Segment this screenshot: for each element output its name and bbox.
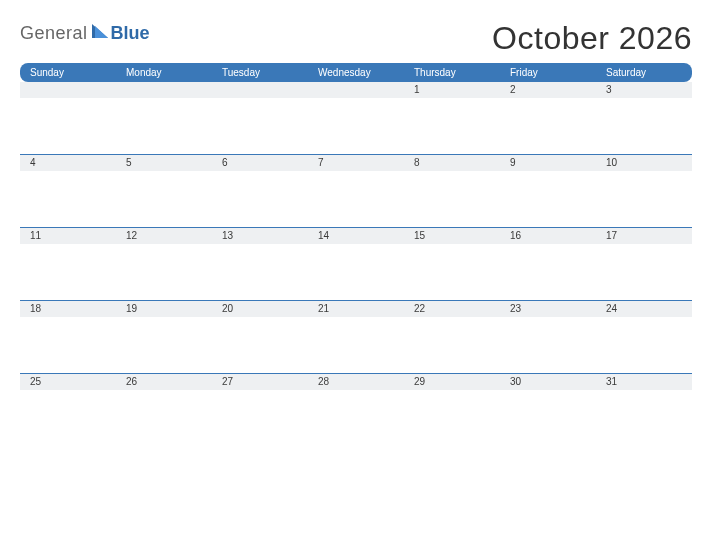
day-cell: 18 (20, 301, 116, 317)
day-cell: 21 (308, 301, 404, 317)
day-cell (116, 82, 212, 98)
day-cell: 8 (404, 155, 500, 171)
day-cell: 10 (596, 155, 692, 171)
day-cell: 1 (404, 82, 500, 98)
day-cell: 2 (500, 82, 596, 98)
day-cell: 29 (404, 374, 500, 390)
day-cell: 19 (116, 301, 212, 317)
day-cell: 9 (500, 155, 596, 171)
day-cell: 12 (116, 228, 212, 244)
weekday-header: Saturday (596, 63, 692, 82)
week-spacer (20, 244, 692, 300)
day-cell: 4 (20, 155, 116, 171)
day-cell (20, 82, 116, 98)
day-cell: 14 (308, 228, 404, 244)
week-row: 18 19 20 21 22 23 24 (20, 300, 692, 317)
day-cell: 17 (596, 228, 692, 244)
day-cell: 16 (500, 228, 596, 244)
day-cell: 26 (116, 374, 212, 390)
day-cell: 7 (308, 155, 404, 171)
brand-triangle-icon (92, 22, 108, 43)
weekday-header: Tuesday (212, 63, 308, 82)
page-title: October 2026 (492, 20, 692, 57)
week-row: 25 26 27 28 29 30 31 (20, 373, 692, 390)
week-spacer (20, 171, 692, 227)
header: General Blue October 2026 (20, 20, 692, 57)
weekday-header: Friday (500, 63, 596, 82)
day-cell: 25 (20, 374, 116, 390)
day-cell: 15 (404, 228, 500, 244)
weekday-header: Sunday (20, 63, 116, 82)
week-row: 1 2 3 (20, 82, 692, 98)
day-cell: 22 (404, 301, 500, 317)
svg-marker-1 (95, 26, 108, 38)
day-cell: 24 (596, 301, 692, 317)
day-cell: 30 (500, 374, 596, 390)
day-cell: 6 (212, 155, 308, 171)
day-cell: 23 (500, 301, 596, 317)
weekday-header: Monday (116, 63, 212, 82)
weekday-header-row: Sunday Monday Tuesday Wednesday Thursday… (20, 63, 692, 82)
weekday-header: Thursday (404, 63, 500, 82)
day-cell: 27 (212, 374, 308, 390)
day-cell: 13 (212, 228, 308, 244)
weekday-header: Wednesday (308, 63, 404, 82)
day-cell (308, 82, 404, 98)
brand-word-blue: Blue (111, 23, 150, 44)
day-cell: 20 (212, 301, 308, 317)
brand-word-general: General (20, 23, 88, 44)
week-spacer (20, 390, 692, 446)
day-cell: 11 (20, 228, 116, 244)
day-cell: 5 (116, 155, 212, 171)
week-row: 4 5 6 7 8 9 10 (20, 154, 692, 171)
day-cell: 31 (596, 374, 692, 390)
day-cell: 3 (596, 82, 692, 98)
day-cell: 28 (308, 374, 404, 390)
weeks-container: 1 2 3 4 5 6 7 8 9 10 11 12 13 14 15 16 1… (20, 82, 692, 446)
calendar: Sunday Monday Tuesday Wednesday Thursday… (20, 63, 692, 446)
week-spacer (20, 317, 692, 373)
week-spacer (20, 98, 692, 154)
day-cell (212, 82, 308, 98)
brand-logo: General Blue (20, 22, 150, 57)
week-row: 11 12 13 14 15 16 17 (20, 227, 692, 244)
